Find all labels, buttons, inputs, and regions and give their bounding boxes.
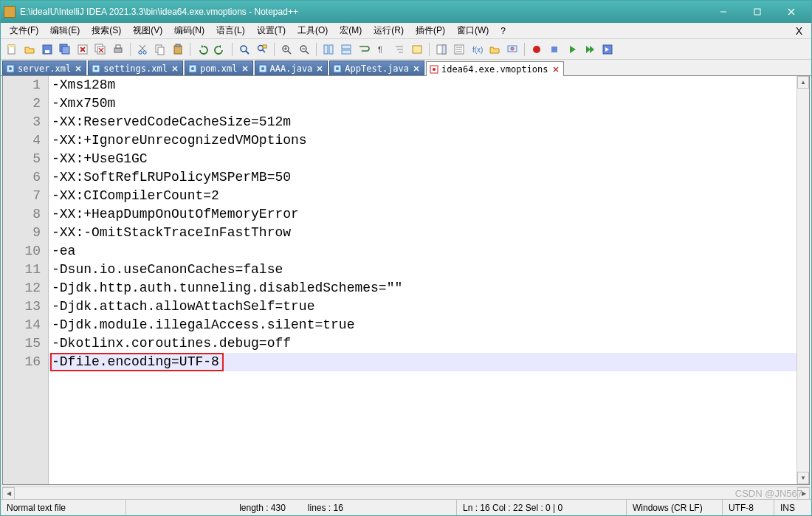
scroll-down-icon[interactable]: ▼: [797, 472, 809, 484]
doc-map-icon[interactable]: [433, 41, 450, 58]
scroll-track[interactable]: [797, 89, 809, 472]
status-encoding[interactable]: UTF-8: [723, 500, 774, 515]
menu-close-x[interactable]: X: [790, 23, 808, 38]
redo-icon[interactable]: [212, 41, 228, 58]
line-number: 7: [3, 187, 41, 205]
undo-icon[interactable]: [194, 41, 210, 58]
record-macro-icon[interactable]: [529, 41, 545, 58]
tab-close-icon[interactable]: [315, 64, 324, 73]
close-button[interactable]: [774, 1, 808, 23]
save-macro-icon[interactable]: [599, 41, 616, 58]
open-file-icon[interactable]: [21, 41, 38, 58]
code-line[interactable]: -XX:CICompilerCount=2: [49, 187, 796, 205]
scroll-right-icon[interactable]: ▶: [797, 487, 810, 500]
menu-language[interactable]: 语言(L): [210, 23, 251, 38]
menu-edit[interactable]: 编辑(E): [44, 23, 86, 38]
tab-close-icon[interactable]: [74, 64, 83, 73]
code-line[interactable]: -Djdk.http.auth.tunneling.disabledScheme…: [49, 279, 796, 297]
save-all-icon[interactable]: [57, 41, 73, 58]
tab-idea64-exe-vmoptions[interactable]: idea64.exe.vmoptions: [426, 61, 564, 76]
menu-file[interactable]: 文件(F): [4, 23, 44, 38]
line-number: 4: [3, 131, 41, 150]
line-number: 14: [3, 316, 41, 334]
minimize-button[interactable]: [706, 1, 740, 23]
code-editor[interactable]: -Xms128m-Xmx750m-XX:ReservedCodeCacheSiz…: [49, 76, 796, 484]
menu-tools[interactable]: 工具(O): [292, 23, 334, 38]
close-all-icon[interactable]: [92, 41, 109, 58]
function-list-icon[interactable]: f(x): [469, 41, 485, 58]
line-number: 3: [3, 113, 41, 131]
menu-help[interactable]: ?: [495, 23, 512, 38]
code-line[interactable]: -XX:+IgnoreUnrecognizedVMOptions: [49, 131, 796, 150]
status-eol[interactable]: Windows (CR LF): [627, 500, 723, 515]
tab-settings-xml[interactable]: settings.xml: [88, 61, 183, 75]
sync-vscroll-icon[interactable]: [320, 41, 337, 58]
monitor-icon[interactable]: [504, 41, 520, 58]
stop-macro-icon[interactable]: [546, 41, 562, 58]
tab-server-xml[interactable]: server.xml: [2, 61, 86, 75]
scroll-left-icon[interactable]: ◀: [2, 487, 15, 500]
tab-aaa-java[interactable]: AAA.java: [255, 61, 328, 75]
menu-encoding[interactable]: 编码(N): [168, 23, 210, 38]
line-number: 10: [3, 242, 41, 261]
status-position: Ln : 16 Col : 22 Sel : 0 | 0: [457, 500, 627, 515]
code-line[interactable]: -XX:+HeapDumpOnOutOfMemoryError: [49, 205, 796, 224]
new-file-icon[interactable]: [4, 41, 20, 58]
code-line[interactable]: -XX:SoftRefLRUPolicyMSPerMB=50: [49, 168, 796, 187]
code-line[interactable]: -Dkotlinx.coroutines.debug=off: [49, 334, 796, 353]
indent-guide-icon[interactable]: [391, 41, 407, 58]
tab-close-icon[interactable]: [412, 64, 421, 73]
tab-label: server.xml: [18, 63, 71, 74]
tab-close-icon[interactable]: [551, 65, 560, 74]
hscroll-track[interactable]: [15, 487, 797, 499]
code-line[interactable]: -Xms128m: [49, 76, 796, 94]
code-line[interactable]: -Djdk.attach.allowAttachSelf=true: [49, 297, 796, 316]
code-line[interactable]: -Dfile.encoding=UTF-8: [49, 353, 796, 371]
vertical-scrollbar[interactable]: ▲ ▼: [796, 76, 809, 484]
zoom-out-icon[interactable]: [296, 41, 312, 58]
horizontal-scrollbar[interactable]: ◀ ▶: [2, 486, 810, 499]
folder-view-icon[interactable]: [486, 41, 503, 58]
status-ins[interactable]: INS: [774, 500, 811, 515]
word-wrap-icon[interactable]: [356, 41, 372, 58]
code-line[interactable]: -Dsun.io.useCanonCaches=false: [49, 261, 796, 279]
menu-view[interactable]: 视图(V): [127, 23, 168, 38]
code-line[interactable]: -Djdk.module.illegalAccess.silent=true: [49, 316, 796, 334]
close-file-icon[interactable]: [75, 41, 91, 58]
tab-close-icon[interactable]: [171, 64, 179, 73]
code-line[interactable]: -XX:+UseG1GC: [49, 150, 796, 168]
scroll-up-icon[interactable]: ▲: [797, 76, 809, 89]
paste-icon[interactable]: [170, 41, 186, 58]
window-title: E:\ideaIU\IntelliJ IDEA 2021.3.3\bin\ide…: [20, 7, 706, 17]
play-multi-icon[interactable]: [582, 41, 598, 58]
menu-search[interactable]: 搜索(S): [86, 23, 127, 38]
menu-macro[interactable]: 宏(M): [334, 23, 368, 38]
menu-settings[interactable]: 设置(T): [251, 23, 292, 38]
save-icon[interactable]: [39, 41, 55, 58]
replace-icon[interactable]: [254, 41, 270, 58]
app-icon: [4, 6, 16, 18]
code-line[interactable]: -XX:ReservedCodeCacheSize=512m: [49, 113, 796, 131]
show-all-chars-icon[interactable]: ¶: [374, 41, 390, 58]
code-line[interactable]: -ea: [49, 242, 796, 261]
play-macro-icon[interactable]: [564, 41, 580, 58]
svg-rect-47: [413, 46, 422, 53]
menu-window[interactable]: 窗口(W): [451, 23, 495, 38]
print-icon[interactable]: [110, 41, 126, 58]
copy-icon[interactable]: [152, 41, 168, 58]
svg-rect-5: [8, 45, 15, 47]
find-icon[interactable]: [236, 41, 252, 58]
sync-hscroll-icon[interactable]: [338, 41, 354, 58]
zoom-in-icon[interactable]: [278, 41, 295, 58]
cut-icon[interactable]: [134, 41, 151, 58]
menu-plugins[interactable]: 插件(P): [410, 23, 451, 38]
menu-run[interactable]: 运行(R): [368, 23, 410, 38]
code-line[interactable]: -XX:-OmitStackTraceInFastThrow: [49, 224, 796, 242]
maximize-button[interactable]: [740, 1, 774, 23]
tab-close-icon[interactable]: [241, 64, 250, 73]
tab-apptest-java[interactable]: AppTest.java: [329, 61, 424, 75]
code-line[interactable]: -Xmx750m: [49, 94, 796, 113]
user-lang-icon[interactable]: [409, 41, 425, 58]
tab-pom-xml[interactable]: pom.xml: [185, 61, 253, 75]
doc-list-icon[interactable]: [451, 41, 467, 58]
